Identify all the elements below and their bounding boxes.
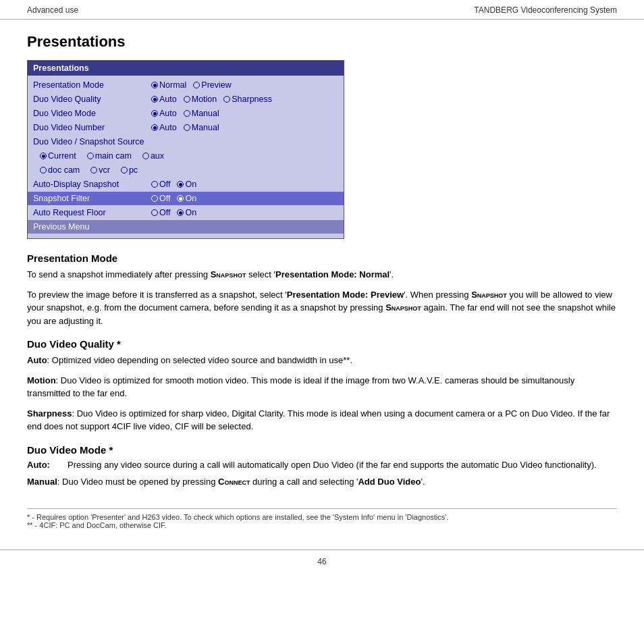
section-presentation-mode: Presentation Mode To send a snapshot imm…: [27, 252, 617, 327]
row-snapshot-source-2: doc cam vcr pc: [33, 163, 338, 177]
row-auto-desc: Auto: Pressing any video source during a…: [27, 460, 617, 470]
option-snapshot-filter-on[interactable]: On: [177, 192, 196, 205]
label-snapshot-filter-off: Off: [159, 192, 170, 205]
radio-pc: [121, 167, 128, 173]
option-preview[interactable]: Preview: [193, 78, 231, 92]
option-vcr[interactable]: vcr: [90, 163, 110, 177]
radio-auto-number: [151, 124, 158, 131]
radio-aux: [142, 153, 149, 159]
footnote-section: * - Requires option 'Presenter' and H263…: [27, 508, 617, 529]
label-main-cam: main cam: [95, 149, 132, 163]
option-auto-request-off[interactable]: Off: [151, 206, 170, 219]
page-footer: 46: [0, 549, 644, 572]
label-snapshot-filter: Snapshot Filter: [33, 192, 151, 205]
option-current[interactable]: Current: [40, 149, 76, 163]
option-auto-request-on[interactable]: On: [177, 206, 196, 219]
option-manual-mode[interactable]: Manual: [184, 107, 219, 120]
table-header: Presentations: [28, 61, 344, 76]
options-auto-request-floor: Off On: [151, 206, 196, 219]
row-duo-video-mode: Duo Video Mode Auto Manual: [33, 107, 338, 120]
label-duo-video-quality: Duo Video Quality: [33, 92, 151, 106]
option-snapshot-filter-off[interactable]: Off: [151, 192, 170, 205]
row-auto-request-floor: Auto Request Floor Off On: [33, 206, 338, 219]
options-snapshot-source-1: Current main cam aux: [40, 149, 164, 163]
options-duo-video-mode: Auto Manual: [151, 107, 219, 120]
radio-auto-mode: [151, 110, 158, 117]
options-duo-video-quality: Auto Motion Sharpness: [151, 92, 272, 106]
option-doc-cam[interactable]: doc cam: [40, 163, 80, 177]
label-current: Current: [48, 149, 76, 163]
section-duo-video-quality: Duo Video Quality * Auto: Optimized vide…: [27, 338, 617, 433]
options-duo-video-number: Auto Manual: [151, 121, 219, 134]
auto-label: Auto:: [27, 460, 68, 470]
label-preview: Preview: [201, 78, 231, 92]
presentations-table: Presentations Presentation Mode Normal P…: [27, 60, 344, 239]
row-duo-video-number: Duo Video Number Auto Manual: [33, 121, 338, 134]
para-presentation-mode-1: To send a snapshot immediately after pre…: [27, 268, 617, 281]
option-manual-number[interactable]: Manual: [184, 121, 219, 134]
header-right: TANDBERG Videoconferencing System: [474, 5, 617, 15]
heading-duo-video-quality: Duo Video Quality *: [27, 338, 617, 350]
options-auto-display-snapshot: Off On: [151, 178, 196, 191]
option-pc[interactable]: pc: [121, 163, 138, 177]
radio-normal: [151, 82, 158, 88]
label-motion: Motion: [192, 92, 217, 106]
option-auto-quality[interactable]: Auto: [151, 92, 177, 106]
label-sharpness: Sharpness: [232, 92, 272, 106]
radio-auto-display-off: [151, 181, 158, 188]
row-auto-display-snapshot: Auto-Display Snapshot Off On: [33, 178, 338, 191]
section-duo-video-mode: Duo Video Mode * Auto: Pressing any vide…: [27, 444, 617, 489]
label-manual-mode: Manual: [192, 107, 219, 120]
radio-current: [40, 153, 47, 159]
row-snapshot-source-label: Duo Video / Snapshot Source: [33, 135, 338, 149]
page-number: 46: [317, 557, 326, 566]
option-sharpness[interactable]: Sharpness: [223, 92, 272, 106]
label-auto-mode: Auto: [159, 107, 177, 120]
radio-vcr: [90, 167, 97, 173]
label-normal: Normal: [159, 78, 186, 92]
option-normal[interactable]: Normal: [151, 78, 186, 92]
label-auto-number: Auto: [159, 121, 177, 134]
footnote-2: ** - 4CIF: PC and DocCam, otherwise CIF.: [27, 521, 617, 529]
label-auto-display-on: On: [185, 178, 196, 191]
option-auto-mode[interactable]: Auto: [151, 107, 177, 120]
para-manual: Manual: Duo Video must be opened by pres…: [27, 475, 617, 489]
para-auto: Auto: Optimized video depending on selec…: [27, 354, 617, 367]
label-manual-number: Manual: [192, 121, 219, 134]
option-motion[interactable]: Motion: [184, 92, 217, 106]
label-auto-display-snapshot: Auto-Display Snapshot: [33, 178, 151, 191]
header-left: Advanced use: [27, 5, 78, 15]
label-previous-menu: Previous Menu: [33, 220, 151, 234]
radio-snapshot-filter-off: [151, 195, 158, 202]
row-duo-video-quality: Duo Video Quality Auto Motion Sharpness: [33, 92, 338, 106]
option-auto-number[interactable]: Auto: [151, 121, 177, 134]
page-title: Presentations: [27, 33, 617, 51]
label-duo-video-number: Duo Video Number: [33, 121, 151, 134]
para-presentation-mode-2: To preview the image before it is transf…: [27, 288, 617, 328]
label-snapshot-filter-on: On: [185, 192, 196, 205]
options-presentation-mode: Normal Preview: [151, 78, 232, 92]
option-aux[interactable]: aux: [142, 149, 164, 163]
label-auto-quality: Auto: [159, 92, 177, 106]
para-sharpness: Sharpness: Duo Video is optimized for sh…: [27, 407, 617, 433]
label-snapshot-source: Duo Video / Snapshot Source: [33, 135, 151, 149]
row-previous-menu[interactable]: Previous Menu: [28, 220, 344, 234]
radio-motion: [184, 96, 190, 103]
label-auto-request-on: On: [185, 206, 196, 219]
label-pc: pc: [129, 163, 138, 177]
option-main-cam[interactable]: main cam: [87, 149, 132, 163]
radio-manual-number: [184, 124, 190, 131]
label-duo-video-mode: Duo Video Mode: [33, 107, 151, 120]
row-presentation-mode: Presentation Mode Normal Preview: [33, 78, 338, 92]
radio-main-cam: [87, 153, 94, 159]
option-auto-display-off[interactable]: Off: [151, 178, 170, 191]
label-auto-display-off: Off: [159, 178, 170, 191]
radio-preview: [193, 82, 200, 88]
header-bar: Advanced use TANDBERG Videoconferencing …: [0, 0, 644, 20]
option-auto-display-on[interactable]: On: [177, 178, 196, 191]
options-snapshot-filter: Off On: [151, 192, 196, 205]
label-vcr: vcr: [99, 163, 110, 177]
radio-auto-request-on: [177, 209, 184, 216]
label-doc-cam: doc cam: [48, 163, 80, 177]
heading-duo-video-mode: Duo Video Mode *: [27, 444, 617, 456]
